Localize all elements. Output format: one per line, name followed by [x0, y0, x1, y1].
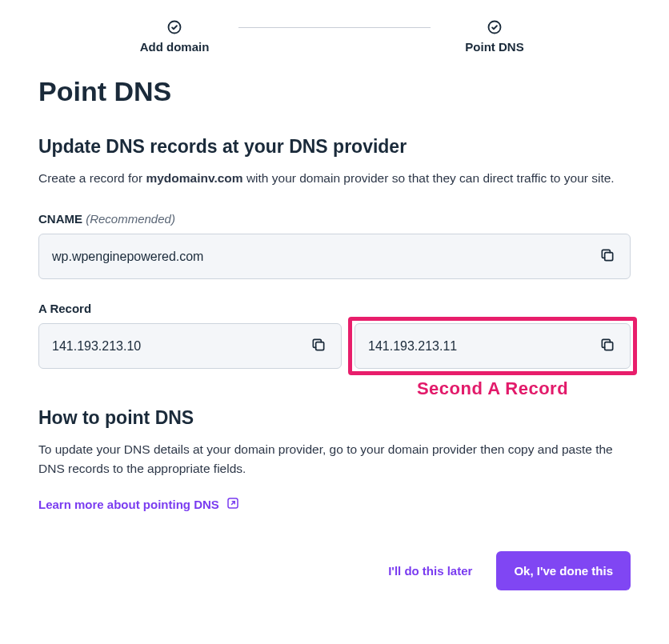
copy-cname-button[interactable] — [598, 246, 617, 267]
do-later-button[interactable]: I'll do this later — [388, 564, 472, 578]
external-link-icon — [226, 496, 240, 513]
done-button[interactable]: Ok, I've done this — [496, 551, 631, 590]
svg-rect-3 — [316, 342, 324, 350]
copy-icon — [599, 337, 615, 355]
how-to-heading: How to point DNS — [38, 407, 631, 429]
cname-label: CNAME (Recommended) — [38, 212, 631, 226]
step-label: Point DNS — [465, 40, 523, 54]
cname-value: wp.wpenginepowered.com — [52, 250, 598, 264]
a-record-1-value: 141.193.213.10 — [52, 339, 309, 354]
desc-post: with your domain provider so that they c… — [243, 171, 615, 185]
svg-rect-4 — [605, 342, 613, 350]
copy-a-record-2-button[interactable] — [598, 335, 617, 357]
footer-actions: I'll do this later Ok, I've done this — [38, 551, 631, 590]
learn-more-label: Learn more about pointing DNS — [38, 498, 219, 511]
check-circle-icon — [487, 19, 503, 35]
update-dns-heading: Update DNS records at your DNS provider — [38, 136, 631, 158]
a-record-1-box: 141.193.213.10 — [38, 323, 342, 369]
step-connector — [238, 27, 431, 28]
copy-a-record-1-button[interactable] — [309, 335, 328, 357]
copy-icon — [310, 337, 326, 355]
domain-name: mydomainv.com — [146, 171, 242, 185]
cname-label-text: CNAME — [38, 212, 82, 226]
stepper: Add domain Point DNS — [110, 19, 559, 54]
update-dns-description: Create a record for mydomainv.com with y… — [38, 169, 631, 188]
a-record-2-box: 141.193.213.11 — [355, 323, 631, 369]
desc-pre: Create a record for — [38, 171, 146, 185]
page-title: Point DNS — [38, 76, 631, 107]
step-add-domain[interactable]: Add domain — [110, 19, 238, 54]
annotation-label: Second A Record — [355, 378, 631, 399]
a-record-label: A Record — [38, 302, 631, 315]
how-to-description: To update your DNS details at your domai… — [38, 440, 631, 478]
learn-more-link[interactable]: Learn more about pointing DNS — [38, 496, 240, 513]
a-record-2-value: 141.193.213.11 — [368, 339, 598, 354]
svg-rect-2 — [605, 253, 613, 261]
step-label: Add domain — [140, 40, 210, 54]
step-point-dns[interactable]: Point DNS — [431, 19, 559, 54]
check-circle-icon — [166, 19, 182, 35]
cname-hint: (Recommended) — [86, 212, 175, 226]
copy-icon — [599, 247, 615, 266]
cname-value-box: wp.wpenginepowered.com — [38, 234, 631, 279]
